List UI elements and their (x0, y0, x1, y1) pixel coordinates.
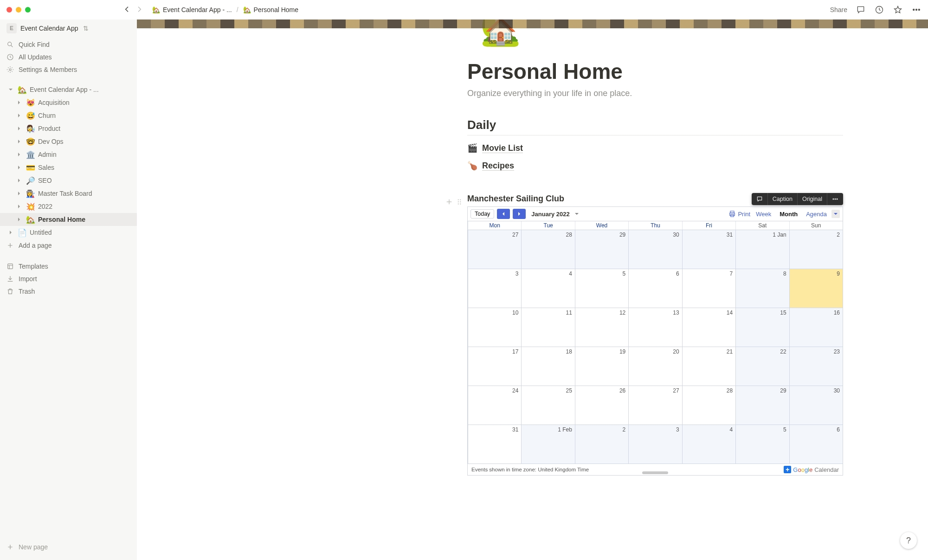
calendar-cell[interactable]: 11 (521, 308, 574, 347)
sidebar-item-sales[interactable]: 💳Sales (0, 161, 137, 174)
workspace-switcher[interactable]: E Event Calendar App ⇅ (0, 21, 137, 38)
share-button[interactable]: Share (830, 6, 847, 13)
import-button[interactable]: Import (0, 272, 137, 285)
calendar-cell[interactable]: 27 (468, 230, 521, 269)
page-subtitle[interactable]: Organize everything in your life in one … (467, 89, 843, 98)
calendar-cell[interactable]: 20 (628, 347, 682, 386)
templates-button[interactable]: Templates (0, 260, 137, 272)
calendar-embed-block[interactable]: Caption Original Manchester Sailing Club… (467, 194, 843, 476)
calendar-cell[interactable]: 4 (682, 425, 735, 463)
calendar-cell[interactable]: 7 (682, 269, 735, 308)
sidebar-item-2022[interactable]: 💥2022 (0, 200, 137, 213)
all-updates-button[interactable]: All Updates (0, 51, 137, 63)
sidebar-item-untitled[interactable]: 📄Untitled (0, 226, 137, 239)
embed-caption-button[interactable]: Caption (768, 193, 798, 205)
calendar-cell[interactable]: 30 (789, 386, 843, 425)
help-button[interactable]: ? (900, 532, 917, 549)
tabs-dropdown-icon[interactable] (831, 210, 840, 218)
minimize-window-button[interactable] (16, 7, 21, 13)
sidebar-item-seo[interactable]: 🔎SEO (0, 174, 137, 187)
embed-original-button[interactable]: Original (798, 193, 827, 205)
calendar-cell[interactable]: 18 (521, 347, 574, 386)
tab-week[interactable]: Week (752, 210, 775, 219)
sidebar-item-acquisition[interactable]: 😻Acquisition (0, 96, 137, 109)
calendar-cell[interactable]: 2 (575, 425, 628, 463)
google-calendar-brand[interactable]: + Google Calendar (784, 466, 839, 473)
prev-month-button[interactable] (497, 209, 510, 219)
calendar-cell[interactable]: 6 (789, 425, 843, 463)
page-link-movie-list[interactable]: 🎬 Movie List (467, 143, 843, 153)
calendar-cell[interactable]: 26 (575, 386, 628, 425)
back-button[interactable] (123, 6, 131, 14)
add-page-button[interactable]: Add a page (0, 239, 137, 251)
tab-month[interactable]: Month (776, 210, 801, 219)
chevron-right-icon[interactable] (15, 139, 23, 144)
page-cover[interactable] (137, 19, 928, 28)
sidebar-item-master-task-board[interactable]: 👩‍🏭Master Task Board (0, 187, 137, 200)
calendar-cell[interactable]: 31 (682, 230, 735, 269)
calendar-cell[interactable]: 25 (521, 386, 574, 425)
calendar-cell[interactable]: 16 (789, 308, 843, 347)
sidebar-item-event-calendar-app[interactable]: 🏡Event Calendar App - ... (0, 83, 137, 96)
sidebar-item-personal-home[interactable]: 🏡Personal Home (0, 213, 137, 226)
comments-icon[interactable] (856, 5, 866, 15)
page-title[interactable]: Personal Home (467, 59, 843, 84)
calendar-cell[interactable]: 14 (682, 308, 735, 347)
chevron-right-icon[interactable] (15, 217, 23, 222)
calendar-cell[interactable]: 15 (735, 308, 789, 347)
chevron-right-icon[interactable] (15, 178, 23, 183)
settings-button[interactable]: Settings & Members (0, 63, 137, 76)
next-month-button[interactable] (513, 209, 526, 219)
chevron-right-icon[interactable] (15, 165, 23, 170)
chevron-right-icon[interactable] (15, 191, 23, 196)
calendar-cell[interactable]: 30 (628, 230, 682, 269)
tab-agenda[interactable]: Agenda (802, 210, 831, 219)
horizontal-scroll-thumb[interactable] (642, 471, 668, 474)
calendar-cell[interactable]: 3 (628, 425, 682, 463)
calendar-cell[interactable]: 2 (789, 230, 843, 269)
calendar-cell[interactable]: 22 (735, 347, 789, 386)
maximize-window-button[interactable] (25, 7, 31, 13)
calendar-cell[interactable]: 28 (521, 230, 574, 269)
calendar-cell[interactable]: 5 (735, 425, 789, 463)
calendar-cell[interactable]: 17 (468, 347, 521, 386)
calendar-cell[interactable]: 24 (468, 386, 521, 425)
calendar-cell[interactable]: 27 (628, 386, 682, 425)
quick-find-button[interactable]: Quick Find (0, 38, 137, 51)
calendar-cell[interactable]: 13 (628, 308, 682, 347)
trash-button[interactable]: Trash (0, 285, 137, 297)
section-heading-daily[interactable]: Daily (467, 118, 843, 132)
updates-icon[interactable] (874, 5, 884, 15)
calendar-cell[interactable]: 29 (735, 386, 789, 425)
breadcrumb-root[interactable]: 🏡 Event Calendar App - ... (150, 5, 234, 14)
calendar-cell[interactable]: 1 Feb (521, 425, 574, 463)
calendar-cell[interactable]: 28 (682, 386, 735, 425)
calendar-cell[interactable]: 10 (468, 308, 521, 347)
chevron-right-icon[interactable] (15, 126, 23, 131)
new-page-button[interactable]: New page (0, 541, 137, 554)
embed-comment-button[interactable] (752, 193, 768, 205)
sidebar-item-churn[interactable]: 😅Churn (0, 109, 137, 122)
calendar-cell[interactable]: 19 (575, 347, 628, 386)
more-icon[interactable] (911, 5, 922, 15)
chevron-right-icon[interactable] (15, 152, 23, 157)
sidebar-item-product[interactable]: 👩‍🔬Product (0, 122, 137, 135)
calendar-cell[interactable]: 4 (521, 269, 574, 308)
chevron-down-icon[interactable] (6, 87, 15, 92)
drag-handle-icon[interactable] (455, 198, 464, 208)
favorite-icon[interactable] (893, 5, 903, 15)
calendar-cell[interactable]: 29 (575, 230, 628, 269)
calendar-cell[interactable]: 3 (468, 269, 521, 308)
calendar-cell[interactable]: 1 Jan (735, 230, 789, 269)
breadcrumb-current[interactable]: 🏡 Personal Home (241, 5, 301, 14)
embed-more-button[interactable] (827, 193, 843, 205)
sidebar-item-dev-ops[interactable]: 🤓Dev Ops (0, 135, 137, 148)
sidebar-item-admin[interactable]: 🏛️Admin (0, 148, 137, 161)
chevron-right-icon[interactable] (15, 204, 23, 209)
calendar-cell[interactable]: 9 (789, 269, 843, 308)
chevron-right-icon[interactable] (15, 100, 23, 105)
calendar-cell[interactable]: 6 (628, 269, 682, 308)
page-link-recipes[interactable]: 🍗 Recipes (467, 161, 843, 171)
calendar-cell[interactable]: 21 (682, 347, 735, 386)
calendar-cell[interactable]: 23 (789, 347, 843, 386)
